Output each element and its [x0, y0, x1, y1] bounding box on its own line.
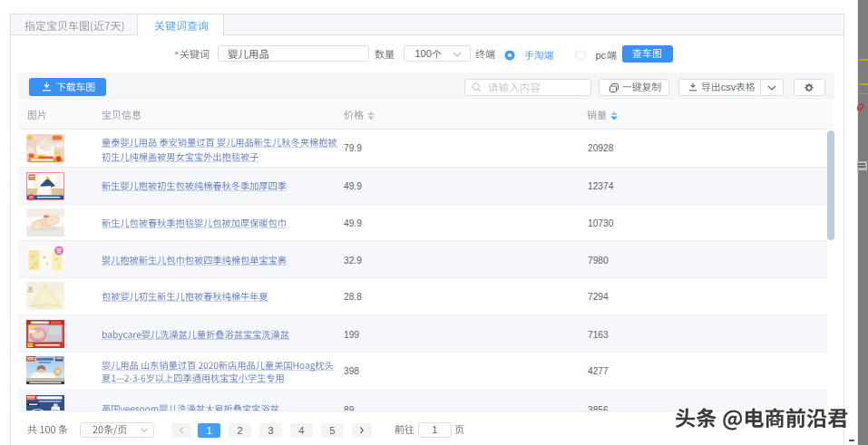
svg-text:45: 45 [29, 195, 34, 199]
svg-text:15%: 15% [26, 343, 34, 347]
